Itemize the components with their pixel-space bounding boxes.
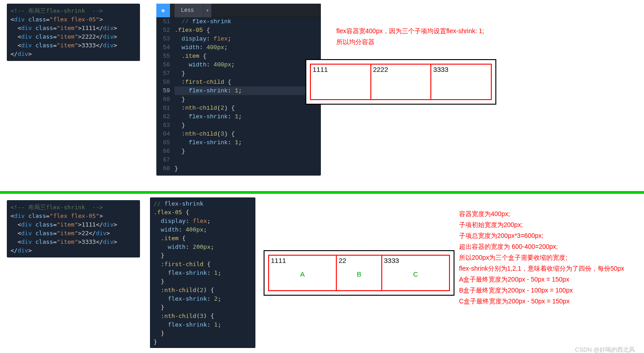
code-line: }	[154, 303, 252, 312]
code-line: :nth-child(2) {	[154, 286, 252, 294]
demo-item: 2222	[371, 64, 431, 100]
code-line: 58 :first-child {	[156, 78, 321, 86]
code-line: 57 }	[156, 69, 321, 78]
demo-item-c: 3333C	[382, 255, 449, 291]
editor-header: ❋ Less ▾	[156, 4, 321, 17]
code-line: 54 width: 400px;	[156, 43, 321, 52]
code-line: :nth-child(3) {	[154, 312, 252, 320]
anno-line: flex容器宽400px，因为三个子项均设置flex-shrink: 1;	[336, 25, 484, 36]
code-line: .flex-05 {	[154, 208, 252, 217]
code-line: // flex-shrink	[154, 199, 252, 208]
section-top: <!-- 布局三flex-shrink --> <div class="flex…	[0, 0, 644, 191]
anno-line: flex-shrink分别为1,2,1，意味着收缩分为了四份，每份50px	[459, 263, 624, 274]
html-code-panel-1: <!-- 布局三flex-shrink --> <div class="flex…	[7, 4, 140, 61]
flex-demo-2: 1111A 22B 3333C	[268, 255, 450, 291]
anno-line: C盒子最终宽度为200px - 50px = 150px	[459, 296, 624, 307]
demo-item-a: 1111A	[269, 255, 336, 291]
code-line: 64 :nth-child(3) {	[156, 130, 321, 138]
code-line: }	[154, 277, 252, 286]
anno-line: B盒子最终宽度为200px - 100px = 100px	[459, 285, 624, 296]
code-line: 53 display: flex;	[156, 35, 321, 43]
anno-line: 所以200px为三个盒子需要收缩的宽度;	[459, 252, 624, 263]
anno-line: A盒子最终宽度为200px - 50px = 150px	[459, 274, 624, 285]
code-line: 51 // flex-shrink	[156, 17, 321, 26]
code-line: 61 :nth-child(2) {	[156, 104, 321, 112]
demo-label-b: B	[357, 270, 361, 278]
code-line: 59 flex-shrink: 1;	[156, 86, 321, 95]
demo-label-c: C	[413, 270, 418, 278]
anno-line: 子项初始宽度为200px;	[459, 219, 624, 230]
code-line: 67	[156, 156, 321, 164]
code-line: display: flex;	[154, 217, 252, 225]
code-line: width: 200px;	[154, 242, 252, 251]
code-line: 55 .item {	[156, 52, 321, 61]
anno-line: 子项总宽度为200px*3=600px;	[459, 230, 624, 241]
demo-container-1: 1111 2222 3333	[305, 59, 496, 105]
demo-container-2: 1111A 22B 3333C	[264, 250, 454, 296]
chevron-down-icon[interactable]: ▾	[203, 4, 211, 17]
code-line: .item {	[154, 234, 252, 242]
code-line: 68}	[156, 164, 321, 173]
css-editor-panel-1: ❋ Less ▾ 51 // flex-shrink52.flex-05 {53…	[156, 4, 321, 176]
code-line: 62 flex-shrink: 1;	[156, 112, 321, 121]
code-line: :first-child {	[154, 260, 252, 268]
code-line: 52.flex-05 {	[156, 26, 321, 35]
code-line: 60 }	[156, 95, 321, 104]
code-line: flex-shrink: 2;	[154, 294, 252, 303]
css-code-body-1[interactable]: 51 // flex-shrink52.flex-05 {53 display:…	[156, 17, 321, 176]
code-line: 56 width: 400px;	[156, 61, 321, 69]
watermark: CSDN @好喝的西北风	[575, 346, 635, 353]
demo-item: 1111	[310, 64, 371, 100]
annotation-bottom: 容器宽度为400px; 子项初始宽度为200px; 子项总宽度为200px*3=…	[459, 208, 624, 307]
anno-line: 容器宽度为400px;	[459, 208, 624, 219]
section-bottom: <!-- 布局三flex-shrink --> <div class="flex…	[0, 194, 644, 353]
code-line: }	[154, 251, 252, 260]
anno-line: 所以均分容器	[336, 36, 484, 47]
code-line: 65 flex-shrink: 1;	[156, 138, 321, 147]
annotation-top: flex容器宽400px，因为三个子项均设置flex-shrink: 1; 所以…	[336, 25, 484, 47]
code-line: }	[154, 329, 252, 338]
css-code-panel-2: // flex-shrink.flex-05 { display: flex; …	[150, 197, 255, 348]
anno-line: 超出容器的宽度为 600-400=200px;	[459, 241, 624, 252]
code-line: }	[154, 338, 252, 346]
editor-tab-less[interactable]: Less	[175, 4, 203, 17]
code-line: width: 400px;	[154, 225, 252, 234]
code-line: flex-shrink: 1;	[154, 268, 252, 277]
demo-item-b: 22B	[336, 255, 382, 291]
flex-demo-1: 1111 2222 3333	[310, 64, 492, 100]
code-line: 63 }	[156, 121, 321, 130]
code-line: flex-shrink: 1;	[154, 320, 252, 329]
html-code-panel-2: <!-- 布局三flex-shrink --> <div class="flex…	[7, 200, 140, 257]
comment: <!-- 布局三flex-shrink -->	[10, 7, 103, 14]
code-line: 66 }	[156, 147, 321, 156]
editor-logo-icon: ❋	[156, 4, 170, 17]
demo-label-a: A	[300, 270, 305, 278]
demo-item: 3333	[431, 64, 491, 100]
